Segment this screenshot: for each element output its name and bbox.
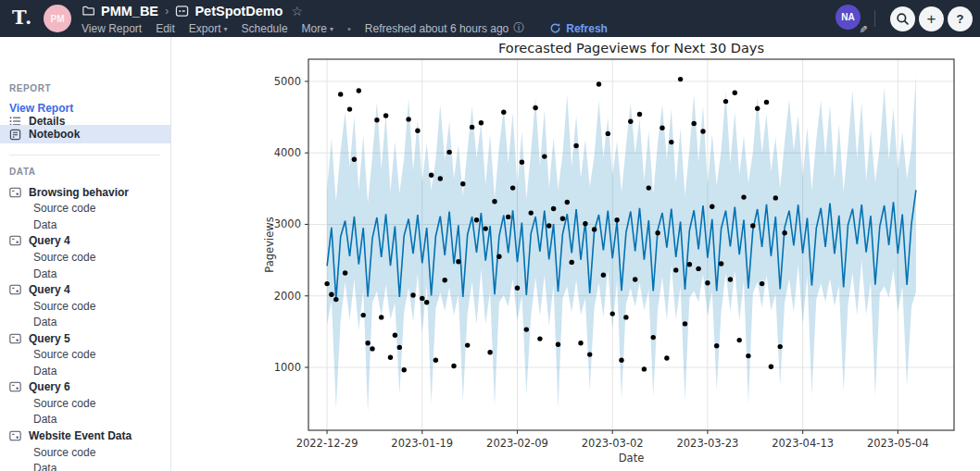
chevron-down-icon: ▾ <box>330 25 333 33</box>
refresh-button[interactable]: Refresh <box>549 22 608 35</box>
sidebar-data-subitem[interactable]: Data <box>0 314 170 330</box>
notebook-canvas: 2022-12-292023-01-192023-02-092023-03-02… <box>171 37 980 471</box>
query-icon <box>9 381 22 392</box>
sidebar-data-subitem[interactable]: Source code <box>0 395 170 412</box>
svg-text:2023-03-02: 2023-03-02 <box>582 437 644 450</box>
refreshed-text: Refreshed about 6 hours ago <box>365 22 509 35</box>
menu-item-edit[interactable]: Edit <box>156 22 175 35</box>
refresh-label: Refresh <box>566 22 608 35</box>
breadcrumb: PMM_BE › PetSpotDemo ☆ View ReportEditEx… <box>82 3 608 35</box>
refreshed-status: Refreshed about 6 hours ago ⓘ <box>365 20 524 36</box>
menu-item-export[interactable]: Export▾ <box>189 22 228 35</box>
breadcrumb-report: PetSpotDemo <box>195 4 283 19</box>
data-subitem-label: Source code <box>33 202 95 215</box>
sidebar-data-list: Browsing behaviorSource codeDataQuery 4S… <box>0 184 170 471</box>
sidebar-item-notebook[interactable]: Notebook <box>0 125 170 143</box>
svg-text:2023-05-04: 2023-05-04 <box>867 437 929 450</box>
topbar-right-controls: NA ✎ + ? <box>836 1 973 36</box>
query-icon <box>9 333 22 344</box>
svg-text:3000: 3000 <box>274 217 301 230</box>
data-subitem-label: Source code <box>33 251 95 264</box>
query-icon <box>9 235 22 246</box>
workspace-avatar[interactable]: PM <box>44 5 71 32</box>
left-sidebar: REPORT View Report Details Notebook <box>0 37 171 471</box>
sidebar-data-subitem[interactable]: Data <box>0 217 170 233</box>
data-subitem-label: Data <box>33 267 57 280</box>
data-item-label: Query 4 <box>29 283 70 296</box>
sidebar-data-subitem[interactable]: Source code <box>0 298 170 315</box>
data-subitem-label: Source code <box>33 300 95 313</box>
svg-text:5000: 5000 <box>274 75 301 88</box>
svg-text:Date: Date <box>619 452 645 465</box>
svg-text:4000: 4000 <box>274 146 301 159</box>
folder-icon <box>82 4 95 18</box>
sidebar-data-subitem[interactable]: Data <box>0 363 170 379</box>
data-item-label: Query 4 <box>29 234 70 247</box>
sidebar-data-item[interactable]: Browsing behavior <box>0 184 170 201</box>
search-icon <box>896 12 910 26</box>
chevron-down-icon: ▾ <box>224 25 228 33</box>
sidebar-data-subitem[interactable]: Source code <box>0 444 170 461</box>
data-item-label: Query 6 <box>29 380 70 393</box>
favorite-star-icon[interactable]: ☆ <box>291 4 303 19</box>
data-subitem-label: Data <box>33 413 57 426</box>
data-subitem-label: Source code <box>33 446 95 459</box>
menu-item-view-report[interactable]: View Report <box>82 22 142 35</box>
data-subitem-label: Source code <box>33 348 95 361</box>
search-button[interactable] <box>890 6 915 31</box>
breadcrumb-workspace[interactable]: PMM_BE <box>101 4 158 19</box>
report-menu: View ReportEditExport▾ScheduleMore▾ <box>82 22 333 35</box>
sidebar-data-item[interactable]: Query 6 <box>0 379 170 396</box>
svg-text:Forecasted Pageviews for Next: Forecasted Pageviews for Next 30 Days <box>498 41 764 56</box>
sidebar-data-subitem[interactable]: Data <box>0 460 170 471</box>
sidebar-data-item[interactable]: Query 4 <box>0 281 170 298</box>
notebook-icon <box>9 129 22 141</box>
svg-text:2023-02-09: 2023-02-09 <box>486 437 548 450</box>
breadcrumb-separator-icon: › <box>165 4 169 18</box>
sidebar-data-subitem[interactable]: Source code <box>0 346 170 363</box>
top-navigation-bar: T. PM PMM_BE › PetSpotDemo ☆ View Report… <box>0 0 980 37</box>
query-icon <box>9 284 22 295</box>
forecast-chart-image: 2022-12-292023-01-192023-02-092023-03-02… <box>264 37 968 465</box>
sidebar-divider <box>9 155 160 155</box>
sidebar-data-item[interactable]: Query 4 <box>0 233 170 250</box>
sidebar-data-item[interactable]: Query 5 <box>0 330 170 347</box>
svg-text:2023-01-19: 2023-01-19 <box>391 437 453 450</box>
data-subitem-label: Data <box>33 365 57 378</box>
data-subitem-label: Source code <box>33 397 95 410</box>
data-subitem-label: Data <box>33 218 57 231</box>
svg-text:2022-12-29: 2022-12-29 <box>296 437 358 450</box>
sidebar-data-subitem[interactable]: Data <box>0 266 170 282</box>
edit-pencil-icon: ✎ <box>857 25 869 33</box>
sidebar-data-subitem[interactable]: Source code <box>0 201 170 217</box>
data-item-label: Browsing behavior <box>29 186 129 199</box>
add-new-button[interactable]: + <box>919 6 944 31</box>
menu-item-more[interactable]: More▾ <box>302 22 333 35</box>
data-item-label: Website Event Data <box>29 429 132 442</box>
sidebar-item-label: Notebook <box>29 128 80 141</box>
menu-dot-separator: • <box>347 23 351 34</box>
query-icon <box>9 430 22 441</box>
svg-text:2000: 2000 <box>274 290 301 303</box>
svg-text:Pageviews: Pageviews <box>264 217 276 272</box>
data-subitem-label: Data <box>33 462 57 471</box>
menu-item-schedule[interactable]: Schedule <box>242 22 288 35</box>
data-item-label: Query 5 <box>29 332 70 345</box>
data-subitem-label: Data <box>33 316 57 328</box>
report-section-header: REPORT <box>9 83 51 93</box>
svg-text:2023-03-23: 2023-03-23 <box>676 437 738 450</box>
data-section-header: DATA <box>9 167 36 177</box>
query-icon <box>9 187 22 198</box>
topbar-divider <box>874 10 875 27</box>
sidebar-data-subitem[interactable]: Source code <box>0 249 170 266</box>
svg-text:1000: 1000 <box>274 361 301 374</box>
sidebar-data-subitem[interactable]: Data <box>0 412 170 428</box>
report-icon <box>175 5 189 18</box>
info-icon[interactable]: ⓘ <box>513 20 524 36</box>
help-button[interactable]: ? <box>948 6 973 31</box>
sidebar-data-item[interactable]: Website Event Data <box>0 428 170 444</box>
svg-text:2023-04-13: 2023-04-13 <box>772 437 834 450</box>
refresh-icon <box>549 22 561 34</box>
app-logo[interactable]: T. <box>12 6 32 29</box>
